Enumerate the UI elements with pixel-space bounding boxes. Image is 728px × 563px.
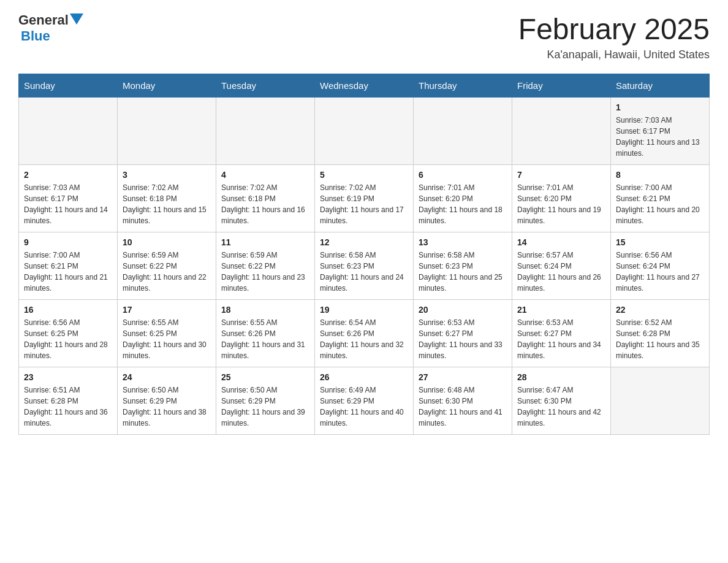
day-info: Sunrise: 7:03 AMSunset: 6:17 PMDaylight:… [616, 115, 704, 159]
day-info: Sunrise: 6:55 AMSunset: 6:25 PMDaylight:… [123, 317, 211, 361]
calendar-cell: 25Sunrise: 6:50 AMSunset: 6:29 PMDayligh… [216, 367, 315, 435]
day-number: 23 [24, 372, 112, 382]
calendar-cell [216, 98, 315, 165]
calendar-cell [315, 98, 414, 165]
day-info: Sunrise: 6:50 AMSunset: 6:29 PMDaylight:… [123, 385, 211, 429]
day-info: Sunrise: 6:56 AMSunset: 6:24 PMDaylight:… [616, 250, 704, 294]
day-number: 9 [24, 237, 112, 247]
calendar-day-header: Friday [512, 74, 611, 98]
day-info: Sunrise: 6:54 AMSunset: 6:26 PMDaylight:… [320, 317, 408, 361]
calendar-week-row: 1Sunrise: 7:03 AMSunset: 6:17 PMDaylight… [19, 98, 710, 165]
day-number: 27 [419, 372, 507, 382]
day-info: Sunrise: 6:58 AMSunset: 6:23 PMDaylight:… [419, 250, 507, 294]
day-number: 16 [24, 305, 112, 315]
calendar-day-header: Thursday [414, 74, 512, 98]
logo-blue-text: Blue [21, 28, 50, 44]
calendar-cell: 28Sunrise: 6:47 AMSunset: 6:30 PMDayligh… [512, 367, 611, 435]
day-info: Sunrise: 7:02 AMSunset: 6:19 PMDaylight:… [320, 182, 408, 226]
calendar-cell: 1Sunrise: 7:03 AMSunset: 6:17 PMDaylight… [611, 98, 710, 165]
calendar-cell: 27Sunrise: 6:48 AMSunset: 6:30 PMDayligh… [414, 367, 512, 435]
day-number: 19 [320, 305, 408, 315]
calendar-cell: 12Sunrise: 6:58 AMSunset: 6:23 PMDayligh… [315, 232, 414, 300]
calendar-week-row: 2Sunrise: 7:03 AMSunset: 6:17 PMDaylight… [19, 165, 710, 232]
logo-triangle-icon [70, 13, 83, 27]
day-info: Sunrise: 6:51 AMSunset: 6:28 PMDaylight:… [24, 385, 112, 429]
calendar-day-header: Sunday [19, 74, 118, 98]
day-number: 14 [517, 237, 605, 247]
calendar-cell [512, 98, 611, 165]
day-info: Sunrise: 6:53 AMSunset: 6:27 PMDaylight:… [419, 317, 507, 361]
calendar-cell: 23Sunrise: 6:51 AMSunset: 6:28 PMDayligh… [19, 367, 118, 435]
calendar-table: SundayMondayTuesdayWednesdayThursdayFrid… [18, 74, 710, 435]
calendar-week-row: 9Sunrise: 7:00 AMSunset: 6:21 PMDaylight… [19, 232, 710, 300]
day-info: Sunrise: 6:55 AMSunset: 6:26 PMDaylight:… [221, 317, 309, 361]
day-number: 8 [616, 170, 704, 180]
month-title: February 2025 [518, 12, 710, 46]
svg-marker-0 [70, 13, 83, 25]
day-number: 28 [517, 372, 605, 382]
day-info: Sunrise: 6:58 AMSunset: 6:23 PMDaylight:… [320, 250, 408, 294]
calendar-week-row: 23Sunrise: 6:51 AMSunset: 6:28 PMDayligh… [19, 367, 710, 435]
day-number: 5 [320, 170, 408, 180]
day-number: 21 [517, 305, 605, 315]
title-block: February 2025 Ka'anapali, Hawaii, United… [518, 12, 710, 61]
day-number: 11 [221, 237, 309, 247]
calendar-cell: 8Sunrise: 7:00 AMSunset: 6:21 PMDaylight… [611, 165, 710, 232]
day-number: 17 [123, 305, 211, 315]
calendar-day-header: Saturday [611, 74, 710, 98]
day-number: 2 [24, 170, 112, 180]
day-info: Sunrise: 7:00 AMSunset: 6:21 PMDaylight:… [24, 250, 112, 294]
calendar-cell: 5Sunrise: 7:02 AMSunset: 6:19 PMDaylight… [315, 165, 414, 232]
calendar-cell: 20Sunrise: 6:53 AMSunset: 6:27 PMDayligh… [414, 300, 512, 367]
day-info: Sunrise: 6:57 AMSunset: 6:24 PMDaylight:… [517, 250, 605, 294]
day-number: 25 [221, 372, 309, 382]
day-number: 10 [123, 237, 211, 247]
calendar-cell: 2Sunrise: 7:03 AMSunset: 6:17 PMDaylight… [19, 165, 118, 232]
day-info: Sunrise: 7:01 AMSunset: 6:20 PMDaylight:… [419, 182, 507, 226]
calendar-day-header: Wednesday [315, 74, 414, 98]
calendar-cell: 3Sunrise: 7:02 AMSunset: 6:18 PMDaylight… [118, 165, 216, 232]
day-info: Sunrise: 7:02 AMSunset: 6:18 PMDaylight:… [123, 182, 211, 226]
day-info: Sunrise: 6:50 AMSunset: 6:29 PMDaylight:… [221, 385, 309, 429]
day-number: 7 [517, 170, 605, 180]
page-header: General Blue February 2025 Ka'anapali, H… [18, 12, 710, 61]
day-info: Sunrise: 7:00 AMSunset: 6:21 PMDaylight:… [616, 182, 704, 226]
day-info: Sunrise: 6:52 AMSunset: 6:28 PMDaylight:… [616, 317, 704, 361]
calendar-cell: 15Sunrise: 6:56 AMSunset: 6:24 PMDayligh… [611, 232, 710, 300]
calendar-cell: 9Sunrise: 7:00 AMSunset: 6:21 PMDaylight… [19, 232, 118, 300]
calendar-cell: 4Sunrise: 7:02 AMSunset: 6:18 PMDaylight… [216, 165, 315, 232]
calendar-cell: 19Sunrise: 6:54 AMSunset: 6:26 PMDayligh… [315, 300, 414, 367]
calendar-cell: 11Sunrise: 6:59 AMSunset: 6:22 PMDayligh… [216, 232, 315, 300]
calendar-cell: 16Sunrise: 6:56 AMSunset: 6:25 PMDayligh… [19, 300, 118, 367]
day-number: 24 [123, 372, 211, 382]
day-info: Sunrise: 6:47 AMSunset: 6:30 PMDaylight:… [517, 385, 605, 429]
calendar-cell: 22Sunrise: 6:52 AMSunset: 6:28 PMDayligh… [611, 300, 710, 367]
calendar-header-row: SundayMondayTuesdayWednesdayThursdayFrid… [19, 74, 710, 98]
day-number: 12 [320, 237, 408, 247]
day-info: Sunrise: 6:59 AMSunset: 6:22 PMDaylight:… [123, 250, 211, 294]
day-info: Sunrise: 6:48 AMSunset: 6:30 PMDaylight:… [419, 385, 507, 429]
calendar-cell: 26Sunrise: 6:49 AMSunset: 6:29 PMDayligh… [315, 367, 414, 435]
calendar-cell: 13Sunrise: 6:58 AMSunset: 6:23 PMDayligh… [414, 232, 512, 300]
day-number: 4 [221, 170, 309, 180]
calendar-cell: 21Sunrise: 6:53 AMSunset: 6:27 PMDayligh… [512, 300, 611, 367]
calendar-cell [19, 98, 118, 165]
calendar-cell: 17Sunrise: 6:55 AMSunset: 6:25 PMDayligh… [118, 300, 216, 367]
calendar-cell: 14Sunrise: 6:57 AMSunset: 6:24 PMDayligh… [512, 232, 611, 300]
calendar-day-header: Monday [118, 74, 216, 98]
calendar-cell: 6Sunrise: 7:01 AMSunset: 6:20 PMDaylight… [414, 165, 512, 232]
day-info: Sunrise: 7:01 AMSunset: 6:20 PMDaylight:… [517, 182, 605, 226]
day-info: Sunrise: 6:56 AMSunset: 6:25 PMDaylight:… [24, 317, 112, 361]
calendar-cell [118, 98, 216, 165]
calendar-day-header: Tuesday [216, 74, 315, 98]
calendar-cell: 24Sunrise: 6:50 AMSunset: 6:29 PMDayligh… [118, 367, 216, 435]
day-info: Sunrise: 6:53 AMSunset: 6:27 PMDaylight:… [517, 317, 605, 361]
calendar-cell [611, 367, 710, 435]
calendar-week-row: 16Sunrise: 6:56 AMSunset: 6:25 PMDayligh… [19, 300, 710, 367]
day-number: 20 [419, 305, 507, 315]
day-info: Sunrise: 6:59 AMSunset: 6:22 PMDaylight:… [221, 250, 309, 294]
day-info: Sunrise: 6:49 AMSunset: 6:29 PMDaylight:… [320, 385, 408, 429]
calendar-cell: 10Sunrise: 6:59 AMSunset: 6:22 PMDayligh… [118, 232, 216, 300]
day-number: 1 [616, 102, 704, 112]
day-info: Sunrise: 7:03 AMSunset: 6:17 PMDaylight:… [24, 182, 112, 226]
